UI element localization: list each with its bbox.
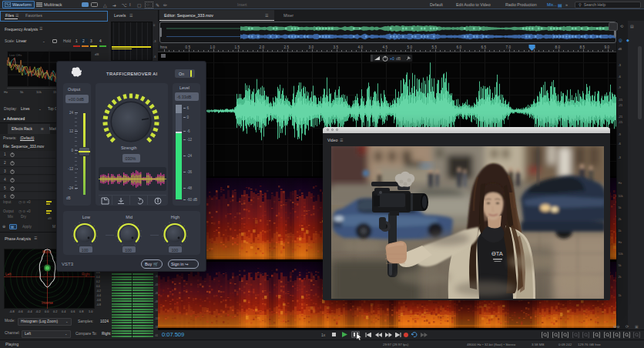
svg-text:Mono: Mono xyxy=(42,250,52,254)
svg-text:Inverse: Inverse xyxy=(42,301,53,305)
svg-text:Right: Right xyxy=(82,273,90,276)
svg-text:Left: Left xyxy=(5,273,12,276)
